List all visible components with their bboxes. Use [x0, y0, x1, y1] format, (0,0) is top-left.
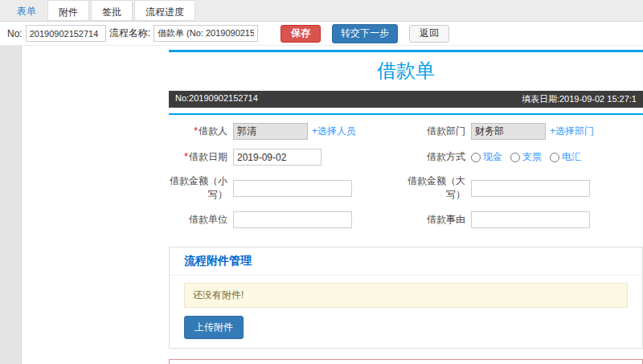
method-option-cash[interactable]: 现金	[471, 150, 502, 164]
approval-section: 流程签批意见 B I abc T× A ab ⚑ 1≡ •≡ ⇤ ⇥ ❝ 样式	[169, 359, 643, 364]
reason-field	[471, 211, 643, 228]
method-label: 借款方式	[400, 150, 471, 164]
date-label: *借款日期	[169, 150, 233, 164]
form-date-text: 填表日期:2019-09-02 15:27:1	[522, 93, 637, 105]
unit-input[interactable]	[233, 211, 352, 228]
next-step-button[interactable]: 转交下一步	[332, 24, 398, 43]
borrower-input[interactable]	[233, 123, 308, 140]
no-label: No:	[7, 28, 23, 39]
required-mark: *	[194, 125, 198, 137]
amount-lower-label: 借款金额（小写）	[169, 174, 233, 202]
dept-label: 借款部门	[400, 125, 471, 138]
check-radio[interactable]	[510, 153, 520, 162]
tab-attachment[interactable]: 附件	[47, 0, 89, 21]
check-radio-label: 支票	[522, 150, 542, 164]
amount-lower-label-text: 借款金额（小写）	[170, 175, 227, 200]
tab-form[interactable]: 表单	[6, 0, 47, 21]
amount-lower-input[interactable]	[233, 180, 352, 197]
process-name-label: 流程名称:	[109, 27, 150, 40]
cash-radio[interactable]	[471, 153, 481, 162]
amount-upper-input[interactable]	[471, 180, 590, 197]
process-name-input[interactable]	[154, 25, 258, 42]
select-person-link[interactable]: +选择人员	[312, 125, 356, 138]
unit-label-text: 借款单位	[189, 214, 227, 225]
method-option-check[interactable]: 支票	[510, 150, 542, 164]
borrower-label-text: 借款人	[199, 125, 227, 137]
dept-label-text: 借款部门	[427, 125, 465, 137]
select-dept-link[interactable]: +选择部门	[550, 125, 594, 138]
method-option-wire[interactable]: 电汇	[550, 150, 581, 164]
back-button[interactable]: 返回	[409, 25, 449, 43]
no-attachment-notice: 还没有附件!	[184, 283, 628, 308]
loan-date-input[interactable]	[233, 149, 322, 166]
collapsed-sidebar-strip	[0, 46, 22, 364]
borrower-label: *借款人	[169, 125, 233, 138]
tab-bar: 表单 附件 签批 流程进度	[0, 0, 643, 22]
tab-progress[interactable]: 流程进度	[134, 0, 195, 21]
unit-field	[233, 211, 400, 228]
amount-upper-label: 借款金额（大写）	[400, 174, 471, 202]
borrower-field: +选择人员	[233, 123, 400, 140]
method-field: 现金 支票 电汇	[471, 150, 643, 164]
amount-upper-field	[471, 180, 643, 197]
page-title: 借款单	[169, 52, 643, 91]
form-number-text: No:20190902152714	[175, 93, 258, 105]
required-mark: *	[184, 151, 188, 162]
form-fields: *借款人 +选择人员 借款部门 +选择部门 *借款日期 借款方式 现金 支票	[169, 115, 643, 238]
cash-radio-label: 现金	[483, 150, 502, 164]
date-label-text: 借款日期	[189, 151, 227, 162]
no-input[interactable]	[26, 25, 106, 42]
wire-radio-label: 电汇	[562, 150, 581, 164]
toolbar: No: 流程名称: 保存 转交下一步 返回	[0, 22, 643, 46]
unit-label: 借款单位	[169, 213, 233, 227]
dept-input[interactable]	[471, 123, 546, 140]
save-button[interactable]: 保存	[281, 25, 321, 43]
dept-field: +选择部门	[471, 123, 643, 140]
reason-label-text: 借款事由	[427, 214, 465, 225]
approval-section-title: 流程签批意见	[170, 360, 642, 364]
wire-radio[interactable]	[550, 153, 559, 162]
reason-input[interactable]	[471, 211, 590, 228]
tab-approval[interactable]: 签批	[91, 0, 133, 21]
amount-lower-field	[233, 180, 400, 197]
date-field	[233, 149, 400, 166]
attachment-section-title: 流程附件管理	[170, 247, 642, 276]
attachment-section: 流程附件管理 还没有附件! 上传附件	[169, 247, 643, 349]
amount-upper-label-text: 借款金额（大写）	[408, 175, 465, 200]
form-subheader: No:20190902152714 填表日期:2019-09-02 15:27:…	[169, 91, 643, 108]
reason-label: 借款事由	[400, 213, 471, 227]
loan-form-panel: 借款单 No:20190902152714 填表日期:2019-09-02 15…	[169, 50, 643, 364]
method-label-text: 借款方式	[427, 151, 465, 162]
upload-attachment-button[interactable]: 上传附件	[184, 316, 244, 339]
